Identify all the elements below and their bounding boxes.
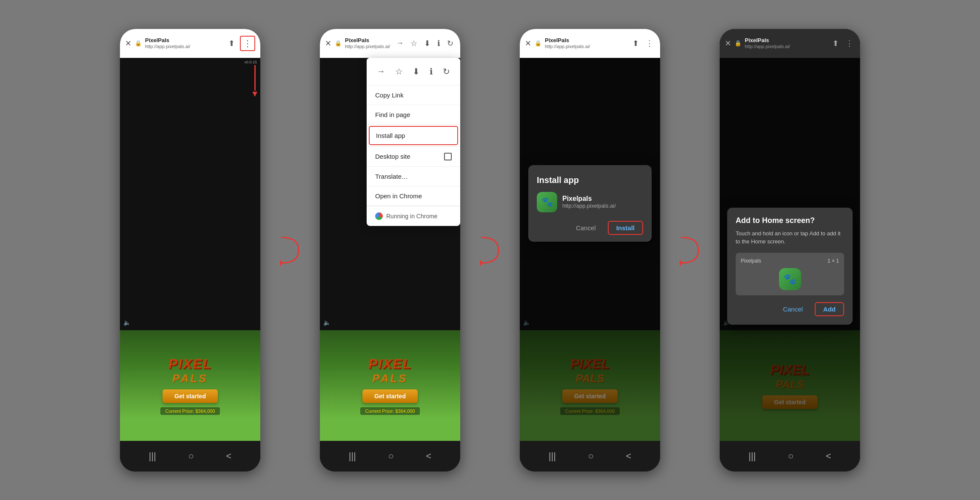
get-started-button[interactable]: Get started xyxy=(162,389,218,403)
add-home-description: Touch and hold an icon or tap Add to add… xyxy=(736,229,844,246)
current-prize-text-2: Current Prize: $364,000 xyxy=(360,407,420,415)
forward-button[interactable]: → xyxy=(394,37,405,49)
close-tab-button[interactable]: ✕ xyxy=(125,39,131,48)
site-title: PixelPals xyxy=(145,37,223,44)
lock-icon-3: 🔒 xyxy=(535,40,541,46)
app-name: Pixelpals xyxy=(562,195,616,203)
home-button-3[interactable]: ○ xyxy=(588,451,594,462)
game-lower-4: PIXEL PALS Get started xyxy=(720,330,860,441)
ctx-forward-icon[interactable]: → xyxy=(375,65,387,78)
chrome-icon xyxy=(375,212,383,220)
phone-1-browser-bar: ✕ 🔒 PixelPals http://app.pixelpals.ai/ ⬆… xyxy=(120,29,260,58)
home-button[interactable]: ○ xyxy=(188,451,194,462)
back-button-2[interactable]: < xyxy=(426,451,431,462)
recent-apps-button-2[interactable]: ||| xyxy=(349,451,356,462)
ctx-star-icon[interactable]: ☆ xyxy=(393,65,405,78)
phones-container: ✕ 🔒 PixelPals http://app.pixelpals.ai/ ⬆… xyxy=(120,29,860,471)
share-button-4[interactable]: ⬆ xyxy=(831,37,840,50)
recent-apps-button[interactable]: ||| xyxy=(149,451,156,462)
translate-item[interactable]: Translate… xyxy=(367,167,460,186)
install-cancel-button[interactable]: Cancel xyxy=(571,221,601,235)
lock-icon-4: 🔒 xyxy=(735,40,741,46)
phone-2-screen: ✕ 🔒 PixelPals http://app.pixelpals.ai/ →… xyxy=(320,29,460,471)
install-confirm-button[interactable]: Install xyxy=(608,221,643,235)
home-button-4[interactable]: ○ xyxy=(788,451,794,462)
phone-4-browser-bar: ✕ 🔒 PixelPals http://app.pixelpals.ai/ ⬆… xyxy=(720,29,860,58)
open-in-chrome-item[interactable]: Open in Chrome xyxy=(367,186,460,206)
share-button-3[interactable]: ⬆ xyxy=(631,37,641,50)
get-started-button-4[interactable]: Get started xyxy=(762,395,818,409)
recent-apps-button-4[interactable]: ||| xyxy=(749,451,756,462)
download-button[interactable]: ⬇ xyxy=(422,37,432,50)
phone-2: ✕ 🔒 PixelPals http://app.pixelpals.ai/ →… xyxy=(320,29,460,471)
find-in-page-label: Find in page xyxy=(375,111,410,118)
version-text: v0.0.15 xyxy=(244,60,257,64)
site-title-4: PixelPals xyxy=(745,37,827,44)
open-in-chrome-label: Open in Chrome xyxy=(375,192,422,200)
phone-1-screen: ✕ 🔒 PixelPals http://app.pixelpals.ai/ ⬆… xyxy=(120,29,260,471)
install-app-dialog: Install app 🐾 Pixelpals http://app.pixel… xyxy=(528,165,652,242)
refresh-button[interactable]: ↻ xyxy=(445,37,455,50)
arrow-1-2 xyxy=(277,233,303,267)
app-icon: 🐾 xyxy=(537,192,557,212)
close-tab-button-4[interactable]: ✕ xyxy=(725,39,731,48)
url-text-2: http://app.pixelpals.ai/ xyxy=(345,44,391,49)
icon-preview-icon: 🐾 xyxy=(779,268,801,290)
close-tab-button-2[interactable]: ✕ xyxy=(325,39,331,48)
url-text-3: http://app.pixelpals.ai/ xyxy=(545,44,627,49)
url-text: http://app.pixelpals.ai/ xyxy=(145,44,223,49)
running-in-chrome-row: Running in Chrome xyxy=(367,206,460,226)
pals-text-2: PALS xyxy=(372,372,407,385)
back-button-4[interactable]: < xyxy=(826,451,831,462)
desktop-site-checkbox[interactable] xyxy=(444,153,452,160)
copy-link-item[interactable]: Copy Link xyxy=(367,86,460,105)
icon-app-name: Pixelpals xyxy=(741,258,761,264)
info-button[interactable]: ℹ xyxy=(436,37,442,50)
add-home-cancel-button[interactable]: Cancel xyxy=(778,302,808,316)
desktop-site-item[interactable]: Desktop site xyxy=(367,147,460,166)
install-app-item[interactable]: Install app xyxy=(369,126,458,145)
share-button[interactable]: ⬆ xyxy=(227,37,236,50)
phone-1-game-area: 🔈 v0.0.15 PIXEL PALS Get started Current… xyxy=(120,58,260,441)
add-home-buttons: Cancel Add xyxy=(736,302,844,316)
pixel-text: PIXEL xyxy=(168,356,212,372)
star-button[interactable]: ☆ xyxy=(409,37,419,50)
volume-icon-3[interactable]: 🔈 xyxy=(523,319,530,326)
ctx-download-icon[interactable]: ⬇ xyxy=(411,65,422,78)
menu-dots-button[interactable]: ⋮ xyxy=(240,36,255,51)
current-prize-text: Current Prize: $364,000 xyxy=(160,407,220,415)
get-started-button-3[interactable]: Get started xyxy=(562,389,618,403)
find-in-page-item[interactable]: Find in page xyxy=(367,105,460,124)
phone-3-screen: ✕ 🔒 PixelPals http://app.pixelpals.ai/ ⬆… xyxy=(520,29,660,471)
add-to-home-screen-dialog: Add to Home screen? Touch and hold an ic… xyxy=(727,208,853,325)
ctx-refresh-icon[interactable]: ↻ xyxy=(441,65,452,78)
get-started-button-2[interactable]: Get started xyxy=(362,389,418,403)
copy-link-label: Copy Link xyxy=(375,91,404,99)
install-dialog-title: Install app xyxy=(537,175,643,185)
recent-apps-button-3[interactable]: ||| xyxy=(549,451,556,462)
arrow-3-4 xyxy=(677,233,703,267)
game-lower-section: PIXEL PALS Get started Current Prize: $3… xyxy=(120,330,260,441)
svg-marker-2 xyxy=(680,260,683,266)
home-button-2[interactable]: ○ xyxy=(388,451,394,462)
volume-icon[interactable]: 🔈 xyxy=(123,319,131,326)
install-app-label: Install app xyxy=(376,132,405,139)
site-title-2: PixelPals xyxy=(345,37,391,44)
menu-button-3[interactable]: ⋮ xyxy=(644,37,655,50)
site-title-3: PixelPals xyxy=(545,37,627,44)
svg-marker-1 xyxy=(480,260,483,266)
pals-text: PALS xyxy=(172,372,208,385)
back-button-3[interactable]: < xyxy=(626,451,631,462)
phone-4: ✕ 🔒 PixelPals http://app.pixelpals.ai/ ⬆… xyxy=(720,29,860,471)
svg-marker-0 xyxy=(280,260,283,266)
volume-icon-2[interactable]: 🔈 xyxy=(323,319,330,326)
close-tab-button-3[interactable]: ✕ xyxy=(525,39,531,48)
add-home-add-button[interactable]: Add xyxy=(815,302,844,316)
running-in-chrome-label: Running in Chrome xyxy=(386,213,438,220)
back-button[interactable]: < xyxy=(226,451,231,462)
ctx-info-icon[interactable]: ℹ xyxy=(428,65,435,78)
phone-3-bottom-nav: ||| ○ < xyxy=(520,441,660,471)
menu-button-4[interactable]: ⋮ xyxy=(844,37,855,50)
phone-4-screen: ✕ 🔒 PixelPals http://app.pixelpals.ai/ ⬆… xyxy=(720,29,860,471)
context-menu: → ☆ ⬇ ℹ ↻ Copy Link Find in page Instal xyxy=(367,58,460,226)
